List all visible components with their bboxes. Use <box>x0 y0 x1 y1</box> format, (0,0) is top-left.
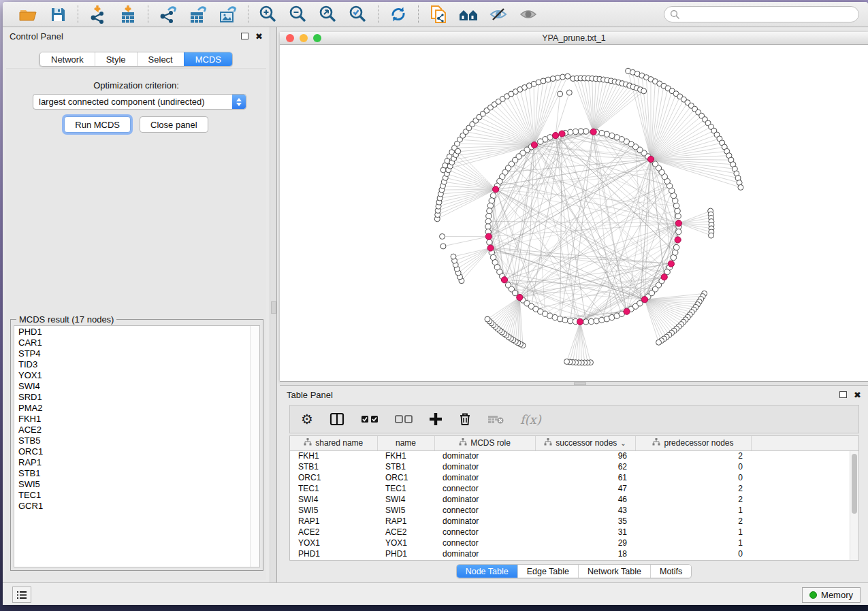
table-row[interactable]: FKH1FKH1dominator962 <box>290 450 858 461</box>
mcds-result-list[interactable]: PHD1CAR1STP4TID3YOX1SWI4SRD1PMA2FKH1ACE2… <box>14 326 250 567</box>
mcds-hub-node[interactable] <box>668 261 674 267</box>
mcds-role-cell[interactable]: dominator <box>434 450 535 461</box>
leaf-node[interactable] <box>565 73 570 79</box>
task-history-button[interactable] <box>12 587 31 603</box>
table-row[interactable]: SWI4SWI4dominator462 <box>290 494 858 505</box>
zoom-fit-icon[interactable] <box>318 5 338 24</box>
column-header-MCDS-role[interactable]: MCDS role <box>434 436 535 450</box>
column-header-name[interactable]: name <box>377 436 434 450</box>
leaf-node[interactable] <box>641 88 647 94</box>
tab-select[interactable]: Select <box>137 52 184 66</box>
shared-name-cell[interactable]: FKH1 <box>290 450 377 461</box>
close-panel-icon[interactable]: ✖ <box>854 391 861 399</box>
shared-name-cell[interactable]: SWI5 <box>290 505 377 516</box>
name-cell[interactable]: RAP1 <box>377 516 434 527</box>
successor-nodes-cell[interactable]: 43 <box>535 505 635 516</box>
mcds-role-cell[interactable]: connector <box>434 505 535 516</box>
column-header-shared-name[interactable]: shared name <box>290 436 377 450</box>
float-panel-icon[interactable] <box>839 391 847 398</box>
ring-node[interactable] <box>599 317 605 323</box>
table-scrollbar[interactable] <box>850 451 858 560</box>
leaf-node[interactable] <box>558 91 563 97</box>
shared-name-cell[interactable]: SWI4 <box>290 494 377 505</box>
name-cell[interactable]: SWI4 <box>377 494 434 505</box>
mcds-result-item[interactable]: ACE2 <box>14 425 250 435</box>
leaf-node[interactable] <box>545 77 551 82</box>
ring-node[interactable] <box>588 318 594 324</box>
ring-node[interactable] <box>487 240 492 245</box>
filler-cell[interactable] <box>751 483 858 494</box>
mcds-hub-node[interactable] <box>531 142 537 148</box>
predecessor-nodes-cell[interactable]: 2 <box>635 483 751 494</box>
tab-node-table[interactable]: Node Table <box>457 565 517 578</box>
leaf-node[interactable] <box>566 90 572 95</box>
tab-motifs[interactable]: Motifs <box>650 565 691 578</box>
mcds-hub-node[interactable] <box>552 133 558 139</box>
shared-name-cell[interactable]: STB1 <box>290 461 377 472</box>
predecessor-nodes-cell[interactable]: 0 <box>635 461 751 472</box>
predecessor-nodes-cell[interactable]: 2 <box>635 450 751 461</box>
mcds-hub-node[interactable] <box>624 308 630 314</box>
mcds-role-cell[interactable]: dominator <box>434 548 535 559</box>
shared-name-cell[interactable]: ACE2 <box>290 527 377 538</box>
predecessor-nodes-cell[interactable]: 2 <box>635 516 751 527</box>
import-network-icon[interactable] <box>88 5 108 24</box>
mcds-result-scrollbar[interactable] <box>250 326 259 567</box>
float-panel-icon[interactable] <box>241 33 248 39</box>
show-columns-icon[interactable] <box>329 412 344 426</box>
ring-node[interactable] <box>568 318 573 323</box>
splitter-handle[interactable] <box>574 382 586 385</box>
mcds-role-cell[interactable]: connector <box>434 527 535 538</box>
mcds-role-cell[interactable]: dominator <box>434 516 535 527</box>
successor-nodes-cell[interactable]: 61 <box>535 472 635 483</box>
successor-nodes-cell[interactable]: 29 <box>535 538 635 548</box>
leaf-node[interactable] <box>656 340 662 345</box>
filler-cell[interactable] <box>751 527 858 538</box>
leaf-node[interactable] <box>709 233 714 238</box>
ring-node[interactable] <box>673 244 679 250</box>
mcds-hub-node[interactable] <box>641 297 647 303</box>
hide-selected-icon[interactable] <box>488 5 509 24</box>
new-network-from-selection-icon[interactable] <box>428 5 449 24</box>
splitter-handle[interactable] <box>271 301 276 314</box>
horizontal-splitter[interactable] <box>280 381 868 386</box>
ring-node[interactable] <box>485 218 491 224</box>
mcds-role-cell[interactable]: dominator <box>434 461 535 472</box>
mcds-result-item[interactable]: SWI4 <box>14 381 250 392</box>
ring-node[interactable] <box>652 161 658 167</box>
name-cell[interactable]: ACE2 <box>377 527 434 538</box>
mcds-hub-node[interactable] <box>661 274 667 280</box>
leaf-node[interactable] <box>485 316 490 322</box>
tab-network[interactable]: Network <box>40 52 95 66</box>
predecessor-nodes-cell[interactable]: 0 <box>635 472 751 483</box>
column-header-successor-nodes[interactable]: successor nodes⌄ <box>535 436 635 450</box>
mcds-role-cell[interactable]: dominator <box>434 494 535 505</box>
successor-nodes-cell[interactable]: 46 <box>535 494 635 505</box>
name-cell[interactable]: PHD1 <box>377 548 434 559</box>
filler-cell[interactable] <box>751 472 858 483</box>
name-cell[interactable]: ORC1 <box>377 472 434 483</box>
leaf-node[interactable] <box>440 244 446 249</box>
zoom-out-icon[interactable] <box>288 5 308 24</box>
close-panel-icon[interactable]: ✖ <box>255 32 263 41</box>
name-cell[interactable]: SWI5 <box>377 505 434 516</box>
mcds-hub-node[interactable] <box>501 277 507 283</box>
delete-columns-icon[interactable] <box>459 412 471 426</box>
apply-layout-icon[interactable] <box>388 5 408 24</box>
mcds-hub-node[interactable] <box>577 318 583 325</box>
optimization-criterion-select[interactable]: largest connected component (undirected) <box>33 94 246 110</box>
ring-node[interactable] <box>599 130 605 135</box>
memory-button[interactable]: Memory <box>802 587 861 603</box>
predecessor-nodes-cell[interactable]: 2 <box>635 494 751 505</box>
open-session-icon[interactable] <box>18 5 38 24</box>
export-table-icon[interactable] <box>188 5 208 24</box>
mcds-result-item[interactable]: TEC1 <box>14 490 250 501</box>
name-cell[interactable]: FKH1 <box>377 450 434 461</box>
zoom-in-icon[interactable] <box>258 5 278 24</box>
mcds-result-item[interactable]: STP4 <box>14 348 250 359</box>
table-row[interactable]: SWI5SWI5connector431 <box>290 505 858 516</box>
tab-style[interactable]: Style <box>95 52 137 66</box>
import-table-icon[interactable] <box>118 5 138 24</box>
successor-nodes-cell[interactable]: 47 <box>535 483 635 494</box>
leaf-node[interactable] <box>560 74 566 80</box>
